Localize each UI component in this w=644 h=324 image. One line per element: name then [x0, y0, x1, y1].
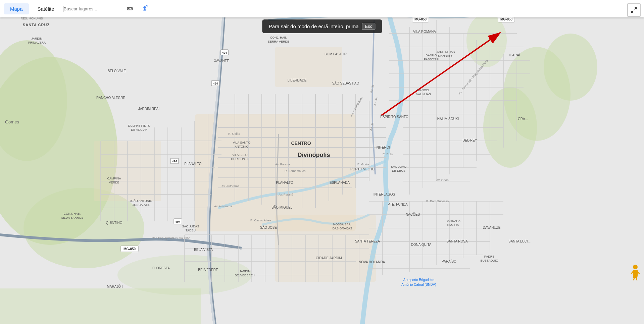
svg-text:SÃO MIGUEL: SÃO MIGUEL — [271, 205, 293, 209]
svg-text:CENTRO: CENTRO — [291, 141, 311, 146]
svg-text:DEL-REY: DEL-REY — [462, 139, 477, 142]
svg-text:Rod.Eng.Aymóré Dutra Filho: Rod.Eng.Aymóré Dutra Filho — [152, 236, 190, 240]
svg-text:Av. Paraná: Av. Paraná — [279, 193, 293, 196]
svg-text:BELVEDERE II: BELVEDERE II — [235, 274, 255, 277]
svg-text:NOVA HOLANDA: NOVA HOLANDA — [359, 260, 385, 264]
svg-point-222 — [143, 6, 146, 9]
svg-text:LIBERDADE: LIBERDADE — [288, 78, 307, 82]
svg-text:SANTA ROSA: SANTA ROSA — [446, 239, 467, 243]
svg-text:494: 494 — [175, 220, 180, 223]
svg-line-228 — [638, 272, 639, 274]
svg-text:EUSTÁQUIO: EUSTÁQUIO — [480, 259, 498, 262]
svg-text:ICARAÍ: ICARAÍ — [509, 53, 520, 57]
svg-text:HALIM SOUKI: HALIM SOUKI — [437, 117, 459, 121]
svg-text:CAMPINA: CAMPINA — [107, 177, 121, 180]
svg-text:JARDIM: JARDIM — [31, 37, 43, 40]
svg-text:MG-050: MG-050 — [123, 247, 136, 251]
svg-text:JARDIM DAS: JARDIM DAS — [437, 50, 455, 54]
svg-text:DAS GRAÇAS: DAS GRAÇAS — [332, 227, 352, 230]
svg-text:ESPLANADA: ESPLANADA — [330, 181, 350, 184]
svg-text:Av. Paraná: Av. Paraná — [275, 163, 290, 166]
tab-satelite[interactable]: Satélite — [32, 3, 60, 14]
svg-text:DULPHE PINTO: DULPHE PINTO — [128, 124, 150, 127]
svg-text:DAVANUZE: DAVANUZE — [483, 226, 501, 229]
svg-text:INTERLAGOS: INTERLAGOS — [374, 193, 395, 196]
svg-text:CONJ. HAB.: CONJ. HAB. — [64, 212, 81, 215]
svg-text:Av. Autorama: Av. Autorama — [214, 205, 232, 208]
svg-text:DE DEUS: DE DEUS — [392, 169, 405, 172]
svg-line-229 — [634, 278, 634, 280]
svg-text:DONA QUITA: DONA QUITA — [411, 243, 432, 247]
svg-text:TADEU: TADEU — [186, 229, 196, 232]
svg-text:NITERÓI: NITERÓI — [377, 145, 390, 149]
svg-text:SAGRADA: SAGRADA — [446, 219, 460, 223]
svg-text:MG-050: MG-050 — [414, 17, 427, 21]
svg-text:SÃO JUDAS: SÃO JUDAS — [182, 225, 199, 228]
svg-text:BELO VALE: BELO VALE — [108, 69, 126, 73]
svg-line-227 — [631, 272, 633, 274]
svg-text:R. Rubi: R. Rubi — [383, 153, 393, 156]
esc-key: Esc — [362, 23, 375, 30]
svg-text:DANILO: DANILO — [426, 54, 437, 57]
svg-text:GONCALVES: GONCALVES — [132, 203, 150, 207]
svg-text:PASSOS II: PASSOS II — [424, 58, 439, 61]
svg-text:VILA BELO: VILA BELO — [232, 153, 248, 157]
pegman-button[interactable] — [631, 264, 640, 280]
svg-text:ESPIRITO SANTO: ESPIRITO SANTO — [380, 115, 408, 119]
svg-text:GRA...: GRA... — [518, 117, 528, 121]
svg-text:R. Castro Alves: R. Castro Alves — [250, 219, 271, 222]
svg-text:PLANALTO: PLANALTO — [184, 162, 202, 166]
svg-text:494: 494 — [172, 160, 177, 163]
svg-text:JARDIM: JARDIM — [239, 270, 251, 273]
measure-button[interactable] — [124, 3, 136, 15]
svg-text:MANSOES: MANSOES — [438, 54, 453, 58]
svg-text:SÃO JOÃO: SÃO JOÃO — [391, 165, 406, 168]
svg-text:SÃO SEBASTIAO: SÃO SEBASTIAO — [332, 81, 359, 85]
svg-text:MARAJÓ I: MARAJÓ I — [107, 284, 122, 288]
svg-text:JARDIM REAL: JARDIM REAL — [138, 107, 161, 111]
svg-text:494: 494 — [213, 82, 218, 85]
svg-text:R. Goiás: R. Goiás — [228, 132, 240, 136]
svg-text:Gomes: Gomes — [5, 119, 19, 124]
svg-text:NOSSA SRA.: NOSSA SRA. — [333, 223, 352, 226]
svg-text:MANOEL: MANOEL — [417, 89, 430, 92]
top-bar: Mapa Satélite — [0, 0, 644, 17]
svg-text:BELA VISTA: BELA VISTA — [194, 248, 213, 252]
svg-text:PORTO VELHO: PORTO VELHO — [350, 167, 375, 171]
svg-text:SÃO JOSÉ: SÃO JOSÉ — [260, 225, 277, 229]
svg-text:MG-050: MG-050 — [500, 17, 513, 21]
svg-text:NILDA BARROS: NILDA BARROS — [61, 216, 84, 219]
svg-text:Antônio Cabral (SNDV): Antônio Cabral (SNDV) — [401, 283, 436, 286]
share-location-button[interactable] — [139, 3, 151, 15]
svg-text:DE AGUIAR: DE AGUIAR — [131, 128, 148, 131]
svg-text:Divinópolis: Divinópolis — [297, 152, 330, 158]
tab-mapa[interactable]: Mapa — [4, 3, 29, 14]
svg-text:ANTONIO: ANTONIO — [235, 145, 249, 148]
svg-text:VILA SANTO: VILA SANTO — [233, 141, 250, 144]
svg-text:494: 494 — [222, 51, 227, 54]
fullscreen-tooltip: Para sair do modo de ecrã inteiro, prima… — [262, 19, 382, 33]
svg-text:SERRA VERDE: SERRA VERDE — [268, 40, 289, 43]
svg-text:SANTA CRUZ: SANTA CRUZ — [23, 23, 50, 27]
fullscreen-button[interactable] — [627, 3, 641, 17]
svg-text:SANTA TEREZA: SANTA TEREZA — [355, 239, 380, 243]
svg-text:R. Pernambuco: R. Pernambuco — [285, 169, 306, 173]
svg-text:PTE. FUNDA: PTE. FUNDA — [388, 203, 408, 206]
svg-text:R. Goiás: R. Goiás — [357, 163, 369, 166]
svg-text:QUINTINO: QUINTINO — [106, 221, 122, 225]
svg-text:JOÃO ANTONIO: JOÃO ANTONIO — [130, 199, 152, 203]
svg-text:PRIMAVERA: PRIMAVERA — [28, 41, 46, 44]
search-input[interactable] — [63, 6, 121, 12]
svg-point-226 — [633, 265, 638, 269]
svg-text:Av. Autorama: Av. Autorama — [221, 184, 239, 188]
svg-text:VILA ROMANA: VILA ROMANA — [413, 30, 436, 34]
svg-line-230 — [636, 278, 637, 280]
svg-text:BELVEDERE: BELVEDERE — [198, 268, 218, 272]
svg-text:XAVANTE: XAVANTE — [214, 59, 229, 63]
svg-text:HORIZONTE: HORIZONTE — [231, 157, 249, 161]
tooltip-text: Para sair do modo de ecrã inteiro, prima — [269, 23, 359, 29]
svg-text:RANCHO ALEGRE: RANCHO ALEGRE — [96, 96, 125, 100]
svg-text:FAMÍLIA: FAMÍLIA — [447, 223, 459, 227]
svg-text:R. Bom Sucesso: R. Bom Sucesso — [426, 200, 449, 203]
svg-text:VALINHAS: VALINHAS — [416, 93, 431, 96]
